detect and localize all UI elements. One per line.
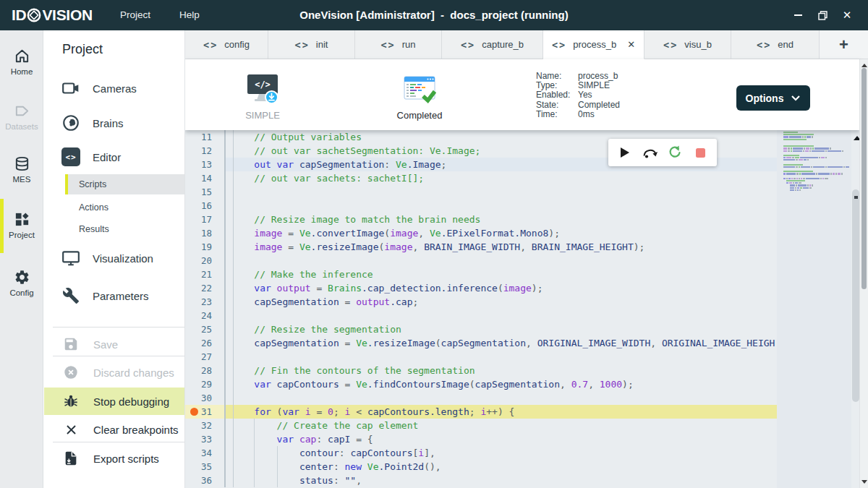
line-number[interactable]: 16 — [185, 199, 226, 213]
line-number[interactable]: 24 — [185, 309, 226, 322]
code-text[interactable]: contour: capContours[i], — [226, 446, 777, 460]
menu-project[interactable]: Project — [114, 0, 156, 30]
restart-button[interactable] — [666, 144, 684, 161]
close-button[interactable]: ✕ — [835, 0, 859, 30]
sidebar-item-brains[interactable]: Brains — [44, 111, 184, 135]
rail-item-project[interactable]: Project — [0, 211, 43, 239]
tab-init[interactable]: <>init — [268, 30, 355, 59]
clear-breakpoints-button[interactable]: Clear breakpoints — [44, 416, 184, 443]
code-text[interactable]: capSegmentation = output.cap; — [226, 295, 777, 309]
rail-item-config[interactable]: Config — [0, 269, 43, 297]
line-number[interactable]: 32 — [185, 419, 226, 432]
code-text[interactable] — [226, 391, 777, 405]
code-text[interactable]: capSegmentation = Ve.resizeImage(capSegm… — [226, 336, 777, 350]
editor-scrollbar-thumb[interactable] — [852, 189, 859, 402]
code-text[interactable]: // Create the cap element — [226, 419, 777, 432]
code-line-24: 24 — [185, 309, 777, 322]
line-number[interactable]: 35 — [185, 460, 226, 474]
window-scrollbar[interactable] — [859, 59, 868, 488]
code-text[interactable]: // out var sachets: sachetI[]; — [226, 171, 777, 185]
line-number[interactable]: 25 — [185, 322, 226, 336]
line-number[interactable]: 18 — [185, 226, 226, 240]
scroll-up-arrow-icon[interactable] — [861, 64, 867, 67]
minimap-line — [780, 164, 849, 166]
continue-button[interactable] — [616, 144, 634, 161]
rail-item-home[interactable]: Home — [0, 48, 43, 76]
line-number[interactable]: 23 — [185, 295, 226, 309]
step-over-button[interactable] — [642, 144, 659, 161]
tab-end[interactable]: <>end — [731, 30, 820, 59]
line-number[interactable]: 21 — [185, 267, 226, 281]
line-number[interactable]: 27 — [185, 350, 226, 364]
indent-guide — [277, 446, 278, 460]
line-number[interactable]: 31 — [185, 405, 226, 419]
tab-visu_b[interactable]: <>visu_b — [644, 30, 731, 59]
code-text[interactable]: image = Ve.resizeImage(image, BRAIN_IMAG… — [226, 240, 777, 254]
line-number[interactable]: 12 — [185, 144, 226, 158]
breakpoint-icon[interactable] — [190, 408, 198, 416]
code-text[interactable] — [226, 350, 777, 364]
code-text[interactable] — [226, 309, 777, 322]
code-text[interactable] — [226, 254, 777, 267]
menu-help[interactable]: Help — [172, 0, 207, 30]
code-text[interactable] — [226, 185, 777, 199]
code-text[interactable]: var capContours = Ve.findContoursImage(c… — [226, 377, 777, 391]
line-number[interactable]: 26 — [185, 336, 226, 350]
sidebar-subitem-scripts[interactable]: Scripts — [65, 174, 184, 194]
discard-changes-button: Discard changes — [44, 359, 184, 386]
line-number[interactable]: 36 — [185, 474, 226, 487]
code-text[interactable]: // Fin the contours of the segmentation — [226, 364, 777, 377]
code-text[interactable]: center: new Ve.Point2d(), — [226, 460, 777, 474]
stop-debugging-button[interactable]: Stop debugging — [44, 388, 184, 415]
line-number[interactable]: 28 — [185, 364, 226, 377]
maximize-button[interactable] — [810, 0, 835, 30]
sidebar-item-visualization[interactable]: Visualization — [44, 246, 184, 270]
rail-item-mes[interactable]: MES — [0, 155, 43, 184]
restart-icon — [668, 145, 682, 160]
minimap[interactable] — [780, 132, 849, 192]
code-text[interactable]: // Make the inference — [226, 267, 777, 281]
line-number[interactable]: 17 — [185, 213, 226, 226]
code-text[interactable]: var cap: capI = { — [226, 432, 777, 446]
code-editor[interactable]: 11 // Output variables12 // out var sach… — [185, 130, 860, 488]
line-number[interactable]: 14 — [185, 171, 226, 185]
script-info-block: Name:process_b Type:SIMPLE Enabled:Yes S… — [536, 72, 620, 119]
tab-run[interactable]: <>run — [355, 30, 442, 59]
minimize-button[interactable] — [786, 0, 810, 30]
window-scrollbar-thumb[interactable] — [861, 68, 867, 289]
code-text[interactable]: status: "", — [226, 474, 777, 487]
stop-button[interactable] — [692, 144, 709, 161]
sidebar-subitem-results[interactable]: Results — [44, 219, 184, 239]
export-scripts-button[interactable]: Export scripts — [44, 445, 184, 472]
line-number[interactable]: 20 — [185, 254, 226, 267]
line-number[interactable]: 33 — [185, 432, 226, 446]
code-text[interactable] — [226, 199, 777, 213]
line-number[interactable]: 13 — [185, 158, 226, 171]
tab-close-icon[interactable]: ✕ — [627, 39, 635, 50]
scroll-down-arrow-icon[interactable] — [861, 480, 867, 484]
window-title: OneVision [Administrator] - docs_project… — [217, 0, 651, 30]
tab-capture_b[interactable]: <>capture_b — [442, 30, 543, 59]
line-number[interactable]: 11 — [185, 130, 226, 144]
script-header: </> SIMPLE — [185, 59, 860, 130]
code-text[interactable]: image = Ve.convertImage(image, Ve.EPixel… — [226, 226, 777, 240]
code-text[interactable]: for (var i = 0; i < capContours.length; … — [226, 405, 777, 419]
divider — [53, 327, 184, 328]
add-tab-button[interactable]: + — [820, 30, 868, 59]
sidebar-item-editor[interactable]: <>Editor — [44, 145, 184, 169]
code-text[interactable]: var output = Brains.cap_detection.infere… — [226, 281, 777, 295]
line-number[interactable]: 29 — [185, 377, 226, 391]
sidebar-item-cameras[interactable]: Cameras — [44, 76, 184, 100]
sidebar-item-parameters[interactable]: Parameters — [44, 283, 184, 308]
line-number[interactable]: 34 — [185, 446, 226, 460]
line-number[interactable]: 15 — [185, 185, 226, 199]
line-number[interactable]: 19 — [185, 240, 226, 254]
line-number[interactable]: 30 — [185, 391, 226, 405]
options-button[interactable]: Options — [736, 85, 810, 111]
line-number[interactable]: 22 — [185, 281, 226, 295]
sidebar-subitem-actions[interactable]: Actions — [44, 197, 184, 218]
code-text[interactable]: // Resize image to match the brain needs — [226, 213, 777, 226]
code-text[interactable]: // Resize the segmentation — [226, 322, 777, 336]
tab-config[interactable]: <>config — [185, 30, 268, 59]
tab-process_b[interactable]: <>process_b✕ — [543, 30, 644, 59]
